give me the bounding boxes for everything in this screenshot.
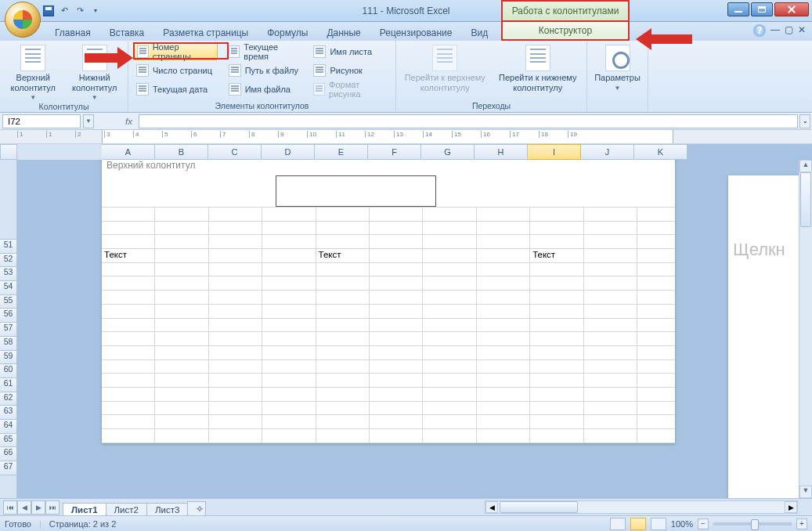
cell[interactable] <box>477 429 530 442</box>
cell[interactable] <box>155 346 208 359</box>
cell[interactable] <box>155 305 208 318</box>
cell[interactable] <box>370 208 423 221</box>
cell[interactable] <box>262 429 316 442</box>
picture-button[interactable]: Рисунок <box>310 62 391 79</box>
office-button[interactable] <box>5 2 41 38</box>
save-button[interactable] <box>42 5 55 17</box>
cell[interactable] <box>584 291 637 304</box>
cell[interactable] <box>370 332 423 345</box>
sheet-name-button[interactable]: Имя листа <box>310 43 391 60</box>
cell[interactable] <box>262 305 316 318</box>
row-header[interactable]: 56 <box>0 309 16 323</box>
cell[interactable] <box>155 291 208 304</box>
cell[interactable] <box>584 429 637 442</box>
column-header[interactable]: E <box>315 144 368 160</box>
cell[interactable] <box>209 415 262 428</box>
cell[interactable] <box>262 222 316 235</box>
cell[interactable] <box>209 305 262 318</box>
cell[interactable] <box>477 360 530 374</box>
cell[interactable] <box>155 276 208 290</box>
cell[interactable] <box>209 222 262 235</box>
cell[interactable] <box>477 388 530 401</box>
cell[interactable] <box>477 276 530 290</box>
cell[interactable] <box>316 235 370 248</box>
cell[interactable] <box>155 235 208 248</box>
cell[interactable] <box>530 235 583 248</box>
current-date-button[interactable]: Текущая дата <box>133 81 218 98</box>
cell[interactable] <box>370 249 423 262</box>
scroll-down-button[interactable]: ▼ <box>799 486 812 498</box>
cell[interactable] <box>477 415 530 428</box>
cell[interactable] <box>209 388 262 401</box>
cell[interactable] <box>262 402 316 415</box>
cell[interactable] <box>584 332 637 345</box>
cell[interactable] <box>370 374 423 387</box>
current-time-button[interactable]: Текущее время <box>226 43 303 60</box>
sheet-nav-prev[interactable]: ◀ <box>17 500 31 515</box>
cell[interactable] <box>316 291 370 304</box>
cell[interactable] <box>209 346 262 359</box>
cell[interactable] <box>477 319 530 332</box>
cell[interactable] <box>316 346 370 359</box>
cell[interactable] <box>262 276 316 290</box>
cell[interactable] <box>316 263 370 276</box>
column-header[interactable]: H <box>475 144 528 160</box>
cell[interactable] <box>423 263 476 276</box>
cell[interactable] <box>477 263 530 276</box>
row-header[interactable]: 63 <box>0 406 16 420</box>
file-path-button[interactable]: Путь к файлу <box>226 62 303 79</box>
cell[interactable] <box>316 332 370 345</box>
name-box[interactable]: I72 <box>2 114 81 128</box>
cell[interactable] <box>316 208 370 221</box>
cell[interactable] <box>209 249 262 262</box>
cell[interactable] <box>584 235 637 248</box>
row-header[interactable]: 54 <box>0 281 16 295</box>
cell[interactable] <box>423 235 476 248</box>
cell[interactable] <box>209 208 262 221</box>
cell[interactable] <box>209 402 262 415</box>
column-header[interactable]: I <box>528 144 581 160</box>
cell[interactable] <box>423 276 476 290</box>
cell[interactable] <box>530 415 583 428</box>
cell[interactable] <box>262 291 316 304</box>
cell[interactable] <box>316 276 370 290</box>
hscroll-thumb[interactable] <box>500 501 578 513</box>
cell[interactable] <box>584 222 637 235</box>
cell[interactable] <box>209 235 262 248</box>
cell[interactable] <box>584 263 637 276</box>
vertical-scrollbar[interactable]: ▲ ▼ <box>799 160 812 498</box>
view-page-layout-button[interactable] <box>630 518 646 530</box>
cell[interactable] <box>530 332 583 345</box>
cell[interactable] <box>102 415 155 428</box>
sheet-nav-first[interactable]: ⏮ <box>3 500 17 515</box>
cell[interactable] <box>423 346 476 359</box>
cell[interactable] <box>584 346 637 359</box>
cell[interactable] <box>102 346 155 359</box>
column-header[interactable]: B <box>155 144 208 160</box>
cell[interactable] <box>584 249 637 262</box>
cell[interactable] <box>316 222 370 235</box>
cell[interactable] <box>155 402 208 415</box>
cell-grid[interactable]: ТекстТекстТекст <box>102 207 675 443</box>
row-header[interactable]: 60 <box>0 364 16 378</box>
redo-button[interactable]: ↷ <box>74 5 86 17</box>
cell[interactable] <box>209 360 262 374</box>
row-header[interactable]: 52 <box>0 254 16 268</box>
cell[interactable] <box>262 332 316 345</box>
cell[interactable] <box>584 305 637 318</box>
cell[interactable] <box>209 291 262 304</box>
cell[interactable] <box>262 249 316 262</box>
cell[interactable] <box>209 429 262 442</box>
cell[interactable] <box>262 346 316 359</box>
tab-design[interactable]: Конструктор <box>501 22 630 41</box>
sheet-nav-last[interactable]: ⏭ <box>45 500 60 515</box>
cell[interactable] <box>370 305 423 318</box>
row-header[interactable]: 58 <box>0 337 16 351</box>
cell[interactable] <box>423 208 476 221</box>
scroll-right-button[interactable]: ▶ <box>785 501 797 513</box>
formula-bar-expand[interactable]: ⌄ <box>799 114 810 128</box>
cell[interactable] <box>584 276 637 290</box>
qat-customize[interactable]: ▾ <box>89 5 102 17</box>
scroll-thumb[interactable] <box>800 172 811 227</box>
sheet-tab-1[interactable]: Лист1 <box>63 503 106 516</box>
